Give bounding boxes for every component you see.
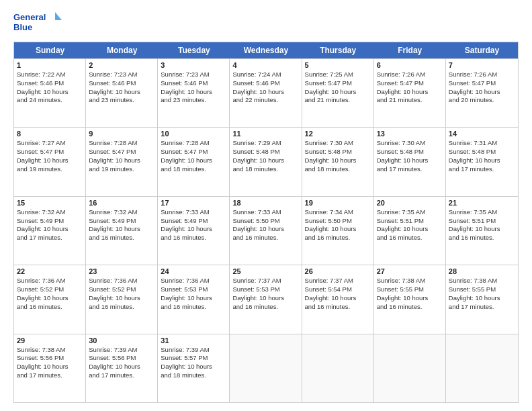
day-info: Sunrise: 7:39 AM Sunset: 5:57 PM Dayligh… (161, 346, 226, 380)
day-number: 9 (89, 130, 154, 138)
day-number: 24 (161, 267, 226, 275)
day-number: 23 (89, 267, 154, 275)
day-number: 8 (17, 130, 83, 138)
day-number: 17 (161, 199, 226, 207)
day-info: Sunrise: 7:32 AM Sunset: 5:49 PM Dayligh… (17, 208, 83, 242)
svg-text:General: General (13, 12, 46, 22)
day-info: Sunrise: 7:26 AM Sunset: 5:47 PM Dayligh… (377, 71, 443, 105)
day-number: 12 (305, 130, 371, 138)
day-number: 31 (161, 336, 226, 345)
day-info: Sunrise: 7:24 AM Sunset: 5:46 PM Dayligh… (232, 71, 298, 105)
day-number: 7 (449, 61, 515, 69)
day-info: Sunrise: 7:39 AM Sunset: 5:56 PM Dayligh… (89, 346, 154, 380)
calendar-cell: 17Sunrise: 7:33 AM Sunset: 5:49 PM Dayli… (158, 197, 230, 265)
calendar-cell: 26Sunrise: 7:37 AM Sunset: 5:54 PM Dayli… (302, 265, 374, 333)
day-info: Sunrise: 7:37 AM Sunset: 5:54 PM Dayligh… (305, 277, 371, 311)
day-number: 27 (377, 267, 443, 275)
calendar-cell: 23Sunrise: 7:36 AM Sunset: 5:52 PM Dayli… (86, 265, 158, 333)
calendar-cell: 15Sunrise: 7:32 AM Sunset: 5:49 PM Dayli… (14, 197, 86, 265)
day-number: 2 (89, 61, 154, 69)
day-number: 21 (449, 199, 515, 207)
day-info: Sunrise: 7:36 AM Sunset: 5:53 PM Dayligh… (161, 277, 226, 311)
calendar-header: SundayMondayTuesdayWednesdayThursdayFrid… (14, 42, 518, 58)
calendar-cell: 22Sunrise: 7:36 AM Sunset: 5:52 PM Dayli… (14, 265, 86, 333)
day-info: Sunrise: 7:37 AM Sunset: 5:53 PM Dayligh… (232, 277, 298, 311)
day-number: 10 (161, 130, 226, 138)
day-info: Sunrise: 7:38 AM Sunset: 5:55 PM Dayligh… (449, 277, 515, 311)
calendar-page: General Blue SundayMondayTuesdayWednesda… (0, 0, 532, 411)
header-day: Sunday (14, 42, 86, 58)
day-info: Sunrise: 7:27 AM Sunset: 5:47 PM Dayligh… (17, 139, 83, 173)
calendar-row: 15Sunrise: 7:32 AM Sunset: 5:49 PM Dayli… (14, 196, 518, 265)
day-number: 13 (377, 130, 443, 138)
calendar: SundayMondayTuesdayWednesdayThursdayFrid… (13, 42, 519, 403)
calendar-cell: 31Sunrise: 7:39 AM Sunset: 5:57 PM Dayli… (158, 334, 230, 402)
calendar-cell: 30Sunrise: 7:39 AM Sunset: 5:56 PM Dayli… (86, 334, 158, 402)
day-number: 30 (89, 336, 154, 345)
day-info: Sunrise: 7:35 AM Sunset: 5:51 PM Dayligh… (449, 208, 515, 242)
calendar-cell: 10Sunrise: 7:28 AM Sunset: 5:47 PM Dayli… (158, 128, 230, 195)
day-number: 14 (449, 130, 515, 138)
calendar-row: 8Sunrise: 7:27 AM Sunset: 5:47 PM Daylig… (14, 127, 518, 195)
calendar-row: 22Sunrise: 7:36 AM Sunset: 5:52 PM Dayli… (14, 265, 518, 333)
calendar-cell: 16Sunrise: 7:32 AM Sunset: 5:49 PM Dayli… (86, 197, 158, 265)
day-number: 4 (232, 61, 298, 69)
header-day: Thursday (302, 42, 374, 58)
logo: General Blue (13, 11, 67, 35)
calendar-cell: 6Sunrise: 7:26 AM Sunset: 5:47 PM Daylig… (374, 59, 446, 127)
day-number: 28 (449, 267, 515, 275)
day-number: 25 (232, 267, 298, 275)
day-info: Sunrise: 7:31 AM Sunset: 5:48 PM Dayligh… (449, 139, 515, 173)
day-info: Sunrise: 7:23 AM Sunset: 5:46 PM Dayligh… (89, 71, 154, 105)
day-number: 19 (305, 199, 371, 207)
day-info: Sunrise: 7:22 AM Sunset: 5:46 PM Dayligh… (17, 71, 83, 105)
calendar-body: 1Sunrise: 7:22 AM Sunset: 5:46 PM Daylig… (14, 58, 518, 402)
calendar-cell: 7Sunrise: 7:26 AM Sunset: 5:47 PM Daylig… (446, 59, 518, 127)
day-info: Sunrise: 7:28 AM Sunset: 5:47 PM Dayligh… (89, 139, 154, 173)
day-info: Sunrise: 7:28 AM Sunset: 5:47 PM Dayligh… (161, 139, 226, 173)
day-info: Sunrise: 7:25 AM Sunset: 5:47 PM Dayligh… (305, 71, 371, 105)
calendar-cell: 11Sunrise: 7:29 AM Sunset: 5:48 PM Dayli… (230, 128, 302, 195)
calendar-row: 1Sunrise: 7:22 AM Sunset: 5:46 PM Daylig… (14, 58, 518, 127)
day-number: 15 (17, 199, 83, 207)
day-number: 22 (17, 267, 83, 275)
calendar-cell (446, 334, 518, 402)
calendar-cell: 1Sunrise: 7:22 AM Sunset: 5:46 PM Daylig… (14, 59, 86, 127)
day-info: Sunrise: 7:34 AM Sunset: 5:50 PM Dayligh… (305, 208, 371, 242)
page-header: General Blue (13, 11, 519, 35)
day-number: 16 (89, 199, 154, 207)
day-info: Sunrise: 7:38 AM Sunset: 5:55 PM Dayligh… (377, 277, 443, 311)
day-info: Sunrise: 7:30 AM Sunset: 5:48 PM Dayligh… (305, 139, 371, 173)
calendar-cell: 2Sunrise: 7:23 AM Sunset: 5:46 PM Daylig… (86, 59, 158, 127)
day-info: Sunrise: 7:33 AM Sunset: 5:49 PM Dayligh… (161, 208, 226, 242)
day-info: Sunrise: 7:26 AM Sunset: 5:47 PM Dayligh… (449, 71, 515, 105)
svg-text:Blue: Blue (13, 22, 32, 32)
calendar-cell: 12Sunrise: 7:30 AM Sunset: 5:48 PM Dayli… (302, 128, 374, 195)
calendar-cell: 21Sunrise: 7:35 AM Sunset: 5:51 PM Dayli… (446, 197, 518, 265)
calendar-cell: 18Sunrise: 7:33 AM Sunset: 5:50 PM Dayli… (230, 197, 302, 265)
calendar-cell: 14Sunrise: 7:31 AM Sunset: 5:48 PM Dayli… (446, 128, 518, 195)
calendar-cell: 28Sunrise: 7:38 AM Sunset: 5:55 PM Dayli… (446, 265, 518, 333)
logo-svg: General Blue (13, 11, 67, 35)
calendar-cell (374, 334, 446, 402)
header-day: Wednesday (230, 42, 302, 58)
calendar-cell: 24Sunrise: 7:36 AM Sunset: 5:53 PM Dayli… (158, 265, 230, 333)
calendar-cell: 8Sunrise: 7:27 AM Sunset: 5:47 PM Daylig… (14, 128, 86, 195)
day-number: 29 (17, 336, 83, 345)
day-info: Sunrise: 7:32 AM Sunset: 5:49 PM Dayligh… (89, 208, 154, 242)
day-number: 20 (377, 199, 443, 207)
day-number: 3 (161, 61, 226, 69)
header-day: Monday (86, 42, 158, 58)
day-info: Sunrise: 7:33 AM Sunset: 5:50 PM Dayligh… (232, 208, 298, 242)
calendar-cell (302, 334, 374, 402)
calendar-cell: 29Sunrise: 7:38 AM Sunset: 5:56 PM Dayli… (14, 334, 86, 402)
day-number: 1 (17, 61, 83, 69)
calendar-cell (230, 334, 302, 402)
day-info: Sunrise: 7:30 AM Sunset: 5:48 PM Dayligh… (377, 139, 443, 173)
calendar-cell: 9Sunrise: 7:28 AM Sunset: 5:47 PM Daylig… (86, 128, 158, 195)
day-number: 5 (305, 61, 371, 69)
day-info: Sunrise: 7:36 AM Sunset: 5:52 PM Dayligh… (89, 277, 154, 311)
header-day: Tuesday (158, 42, 230, 58)
header-day: Saturday (446, 42, 518, 58)
calendar-cell: 5Sunrise: 7:25 AM Sunset: 5:47 PM Daylig… (302, 59, 374, 127)
